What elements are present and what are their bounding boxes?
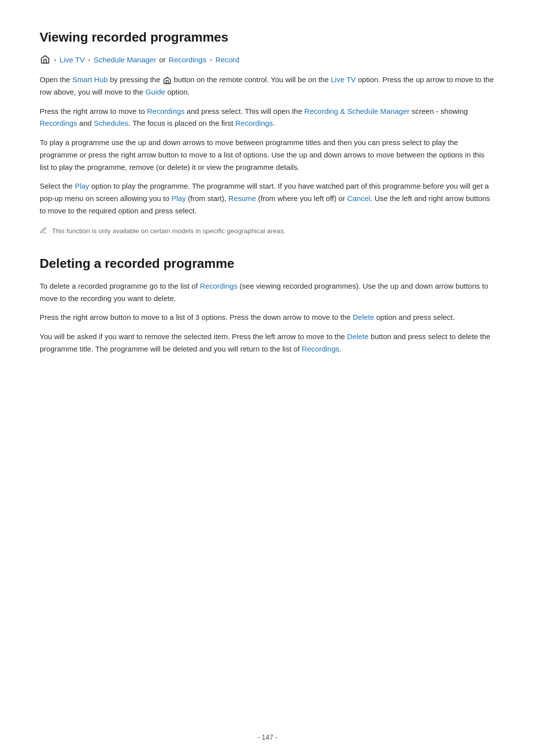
breadcrumb-live-tv[interactable]: Live TV — [59, 55, 85, 64]
link-guide[interactable]: Guide — [145, 88, 165, 96]
link-recordings-p2b[interactable]: Recordings — [40, 119, 77, 127]
breadcrumb-chevron-2: › — [88, 56, 90, 63]
link-recordings-p2a[interactable]: Recordings — [147, 107, 185, 115]
link-play-p4a[interactable]: Play — [75, 182, 89, 190]
paragraph-3: To play a programme use the up and down … — [40, 137, 495, 173]
link-live-tv-p1[interactable]: Live TV — [331, 75, 356, 84]
breadcrumb-recordings[interactable]: Recordings — [169, 55, 207, 64]
link-smart-hub[interactable]: Smart Hub — [72, 75, 108, 84]
link-schedules[interactable]: Schedules — [94, 119, 128, 127]
note-row: This function is only available on certa… — [40, 226, 495, 236]
home-icon[interactable] — [40, 54, 51, 65]
paragraph-4: Select the Play option to play the progr… — [40, 180, 495, 217]
page-container: Viewing recorded programmes › Live TV › … — [0, 0, 535, 402]
paragraph-1: Open the Smart Hub by pressing the butto… — [40, 74, 495, 99]
section-title-viewing: Viewing recorded programmes — [40, 30, 495, 45]
breadcrumb-chevron-3: › — [210, 56, 212, 63]
breadcrumb-schedule-manager[interactable]: Schedule Manager — [94, 55, 156, 64]
page-footer: - 147 - — [0, 733, 535, 741]
link-cancel[interactable]: Cancel — [347, 194, 371, 202]
pencil-icon — [40, 227, 47, 236]
breadcrumb-record[interactable]: Record — [215, 55, 239, 64]
link-play-p4b[interactable]: Play — [171, 194, 186, 202]
delete-paragraph-1: To delete a recorded programme go to the… — [40, 280, 495, 305]
link-resume[interactable]: Resume — [228, 194, 256, 202]
delete-paragraph-2: Press the right arrow button to move to … — [40, 311, 495, 324]
breadcrumb: › Live TV › Schedule Manager or Recordin… — [40, 54, 495, 65]
link-recordings-dp3[interactable]: Recordings — [302, 345, 339, 353]
link-recording-schedule-manager[interactable]: Recording & Schedule Manager — [304, 107, 410, 115]
link-delete-dp2[interactable]: Delete — [353, 313, 374, 321]
breadcrumb-or-text: or — [159, 55, 165, 64]
link-delete-dp3[interactable]: Delete — [347, 332, 369, 341]
breadcrumb-chevron-1: › — [54, 56, 56, 63]
link-recordings-dp1[interactable]: Recordings — [200, 282, 238, 290]
delete-paragraph-3: You will be asked if you want to remove … — [40, 331, 495, 355]
link-recordings-p2c[interactable]: Recordings — [235, 119, 273, 127]
paragraph-2: Press the right arrow to move to Recordi… — [40, 105, 495, 130]
page-number: - 147 - — [258, 733, 277, 741]
section-title-deleting: Deleting a recorded programme — [40, 256, 495, 271]
note-text: This function is only available on certa… — [52, 226, 285, 236]
inline-home-icon — [163, 76, 171, 85]
